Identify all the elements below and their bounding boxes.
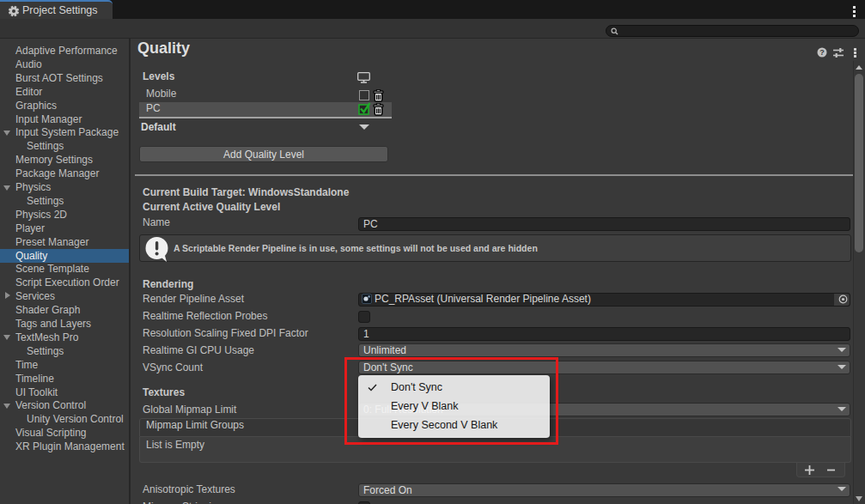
svg-text:?: ? <box>819 48 825 57</box>
